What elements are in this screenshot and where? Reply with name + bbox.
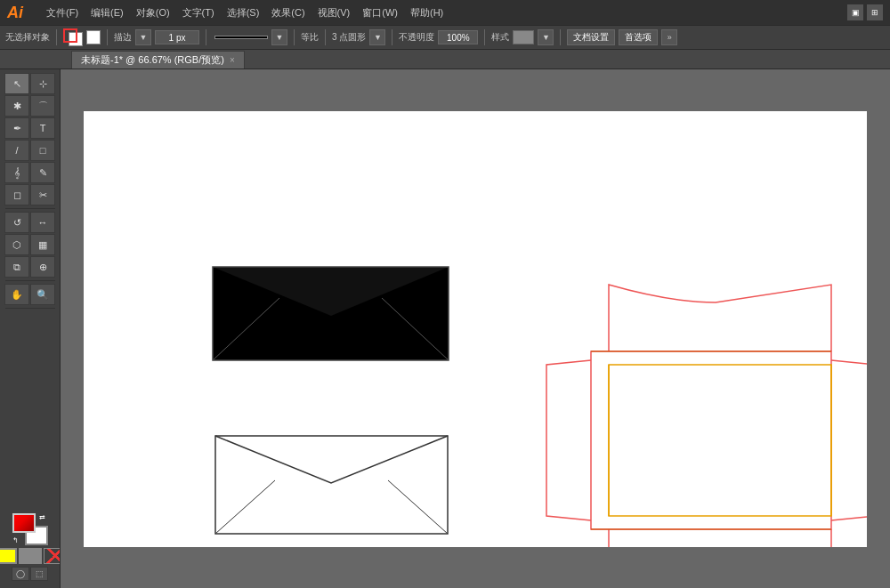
menu-window[interactable]: 窗口(W) — [357, 4, 403, 21]
prefs-btn[interactable]: 首选项 — [619, 29, 658, 45]
toolbar-sep-2 — [107, 29, 108, 45]
tool-paintbrush[interactable]: 𝄞 — [4, 162, 29, 183]
window-icon-1: ▣ — [847, 4, 863, 20]
canvas-svg — [84, 111, 867, 547]
tabbar: 未标题-1* @ 66.67% (RGB/预览) × — [0, 50, 890, 69]
tool-rotate[interactable]: ↺ — [4, 212, 29, 233]
toolbar-sep-1 — [56, 29, 57, 45]
toolbar-sep-6 — [392, 29, 392, 45]
color-swatch-area: ⇄ ↰ ◯ ⬚ — [0, 510, 61, 584]
toolbar-sep-3 — [206, 29, 206, 45]
menu-view[interactable]: 视图(V) — [312, 4, 356, 21]
style-dropdown[interactable]: ▼ — [538, 29, 554, 45]
tool-row-2: ✱ ⌒ — [4, 95, 55, 117]
proportional-label: 等比 — [301, 31, 319, 44]
dieline-right-flap — [831, 360, 867, 520]
tool-reflect[interactable]: ↔ — [30, 212, 55, 233]
window-controls: ▣ ⊞ — [847, 4, 883, 20]
tool-graph[interactable]: ▦ — [30, 234, 55, 255]
menu-help[interactable]: 帮助(H) — [405, 4, 449, 21]
tool-row-9: ⧉ ⊕ — [4, 256, 55, 278]
artboard — [84, 111, 867, 547]
fill-stroke-row — [0, 548, 61, 564]
tool-zoom[interactable]: 🔍 — [30, 284, 55, 305]
window-icon-2: ⊞ — [867, 4, 883, 20]
dot-style-dropdown[interactable]: ▼ — [369, 29, 385, 45]
toolbar-sep-4 — [294, 29, 295, 45]
menu-effect[interactable]: 效果(C) — [266, 4, 310, 21]
tool-eyedropper[interactable]: ⊕ — [30, 256, 55, 278]
opacity-label: 不透明度 — [399, 31, 434, 44]
stroke-px-input[interactable] — [155, 30, 199, 44]
main-area: ↖ ⊹ ✱ ⌒ ✒ T / □ 𝄞 ✎ ◻ ✂ ↺ ↔ ⬡ ▦ — [0, 69, 890, 588]
dieline-left-flap — [546, 360, 591, 520]
titlebar: Ai 文件(F) 编辑(E) 对象(O) 文字(T) 选择(S) 效果(C) 视… — [0, 0, 890, 25]
none-btn[interactable] — [44, 548, 61, 564]
tool-row-3: ✒ T — [4, 117, 55, 139]
stroke-color-btn[interactable]: ▼ — [135, 29, 151, 45]
dieline-top-flap — [609, 285, 831, 351]
tool-eraser[interactable]: ◻ — [4, 184, 29, 205]
fg-color-swatch[interactable] — [12, 513, 36, 533]
stroke-line-preview — [214, 36, 268, 39]
tool-row-8: ⬡ ▦ — [4, 234, 55, 255]
dieline-bottom-flap — [609, 529, 831, 547]
tool-scale[interactable]: ⬡ — [4, 234, 29, 255]
tool-type[interactable]: T — [30, 117, 55, 139]
outline-env-right-fold — [388, 480, 448, 534]
outline-view-btn[interactable]: ⬚ — [30, 567, 48, 581]
document-tab[interactable]: 未标题-1* @ 66.67% (RGB/预览) × — [71, 51, 245, 68]
stroke-label: 描边 — [114, 31, 132, 44]
tool-row-7: ↺ ↔ — [4, 212, 55, 233]
more-options-btn[interactable]: » — [661, 29, 677, 45]
doc-settings-btn[interactable]: 文档设置 — [567, 29, 615, 45]
tool-pen[interactable]: ✒ — [4, 117, 29, 139]
fill-color-swatch[interactable] — [86, 30, 101, 44]
stroke-color-swatch[interactable] — [63, 28, 83, 46]
style-label: 样式 — [491, 31, 509, 44]
toolbar-sep-5 — [325, 29, 326, 45]
fill-btn[interactable] — [0, 548, 17, 564]
tool-blend[interactable]: ⧉ — [4, 256, 29, 278]
tool-lasso[interactable]: ⌒ — [30, 95, 55, 117]
dot-label: 3 点圆形 — [332, 31, 366, 44]
dieline-center — [591, 351, 831, 529]
swap-colors-icon[interactable]: ⇄ — [39, 513, 48, 522]
toolbar-sep-8 — [560, 29, 561, 45]
dieline-inner-yellow — [609, 365, 831, 516]
outline-env-left-fold — [215, 480, 275, 534]
tool-scissors[interactable]: ✂ — [30, 184, 55, 205]
tool-direct-select[interactable]: ⊹ — [30, 73, 55, 94]
tool-row-4: / □ — [4, 140, 55, 161]
tool-row-6: ◻ ✂ — [4, 184, 55, 205]
view-mode-row: ◯ ⬚ — [12, 567, 48, 581]
stroke-btn[interactable] — [19, 548, 42, 564]
menu-select[interactable]: 选择(S) — [222, 4, 265, 21]
tool-magic-wand[interactable]: ✱ — [4, 95, 29, 117]
tool-row-10: ✋ 🔍 — [4, 284, 55, 305]
menu-type[interactable]: 文字(T) — [177, 4, 220, 21]
tool-rect[interactable]: □ — [30, 140, 55, 161]
toolbar: 无选择对象 描边 ▼ ▼ 等比 3 点圆形 ▼ 不透明度 样式 ▼ 文档设置 首… — [0, 25, 890, 50]
tool-row-1: ↖ ⊹ — [4, 73, 55, 94]
stroke-style-dropdown[interactable]: ▼ — [271, 29, 287, 45]
tool-sep-1 — [5, 208, 55, 209]
style-preview[interactable] — [513, 30, 534, 44]
canvas-area — [61, 69, 890, 588]
tool-pencil[interactable]: ✎ — [30, 162, 55, 183]
left-toolbar: ↖ ⊹ ✱ ⌒ ✒ T / □ 𝄞 ✎ ◻ ✂ ↺ ↔ ⬡ ▦ — [0, 69, 61, 588]
opacity-input[interactable] — [438, 30, 478, 44]
proportional-group: ▼ — [213, 29, 287, 45]
outline-envelope-flap — [215, 436, 448, 483]
normal-view-btn[interactable]: ◯ — [12, 567, 29, 581]
tab-close-btn[interactable]: × — [230, 55, 235, 65]
menu-edit[interactable]: 编辑(E) — [85, 4, 129, 21]
toolbar-sep-7 — [484, 29, 485, 45]
tool-line[interactable]: / — [4, 140, 29, 161]
tool-select[interactable]: ↖ — [4, 73, 29, 94]
reset-colors-icon[interactable]: ↰ — [12, 536, 21, 545]
tool-hand[interactable]: ✋ — [4, 284, 29, 305]
menu-file[interactable]: 文件(F) — [41, 4, 84, 21]
menu-object[interactable]: 对象(O) — [131, 4, 175, 21]
tab-label: 未标题-1* @ 66.67% (RGB/预览) — [81, 53, 224, 67]
